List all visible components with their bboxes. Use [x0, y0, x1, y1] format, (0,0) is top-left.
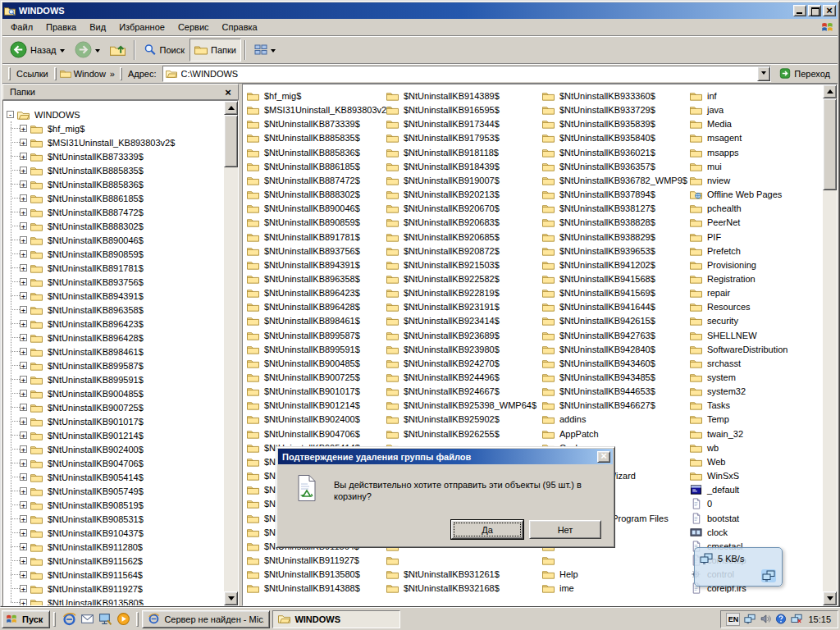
- tree-item[interactable]: +$NtUninstallKB902400$: [3, 442, 224, 456]
- file-item[interactable]: $NtUninstallKB918118$: [386, 146, 500, 159]
- file-item[interactable]: bootstat: [690, 512, 741, 525]
- file-item[interactable]: $NtUninstallKB920685$: [386, 231, 501, 244]
- file-item[interactable]: $NtUninstallKB942615$: [542, 314, 657, 327]
- file-item[interactable]: SHELLNEW: [690, 329, 759, 342]
- file-item[interactable]: $NtUninstallKB921503$: [386, 258, 501, 272]
- menu-item[interactable]: Справка: [216, 20, 264, 34]
- file-item[interactable]: pchealth: [690, 202, 743, 215]
- file-item[interactable]: $NtUninstallKB938829$: [542, 231, 657, 244]
- tree-item[interactable]: +$NtUninstallKB908519$: [3, 498, 224, 512]
- file-item[interactable]: $NtUninstallKB902400$: [247, 413, 362, 426]
- file-item[interactable]: nview: [690, 174, 732, 187]
- tree-item[interactable]: +$NtUninstallKB885836$: [3, 177, 224, 191]
- dialog-close-button[interactable]: [597, 451, 610, 463]
- file-item[interactable]: $NtUninstallKB926255$: [386, 427, 501, 441]
- menu-item[interactable]: Правка: [39, 20, 83, 34]
- toolbar-grip[interactable]: [8, 67, 11, 80]
- expand-toggle[interactable]: +: [20, 459, 27, 467]
- scroll-up-button[interactable]: [823, 84, 837, 98]
- tree-item[interactable]: +$NtUninstallKB911280$: [3, 540, 224, 554]
- file-item[interactable]: $NtUninstallKB938127$: [542, 202, 657, 215]
- file-item[interactable]: $NtUninstallKB890859$: [247, 216, 362, 229]
- expand-toggle[interactable]: +: [20, 487, 27, 495]
- file-item[interactable]: PeerNet: [690, 216, 742, 229]
- tree-item[interactable]: +$NtUninstallKB911927$: [3, 582, 224, 596]
- file-item[interactable]: $NtUninstallKB920872$: [386, 244, 501, 258]
- file-item[interactable]: $NtUninstallKB901017$: [247, 385, 362, 398]
- file-item[interactable]: $NtUninstallKB900485$: [247, 357, 362, 370]
- file-item[interactable]: Resources: [690, 300, 752, 313]
- expand-toggle[interactable]: +: [20, 599, 27, 605]
- file-item[interactable]: mui: [690, 160, 724, 173]
- email-icon[interactable]: [79, 611, 95, 628]
- tree-item[interactable]: +$NtUninstallKB900485$: [3, 386, 224, 400]
- file-item[interactable]: $NtUninstallKB941644$: [542, 300, 657, 313]
- tree-item[interactable]: +$NtUninstallKB899587$: [3, 358, 224, 372]
- file-item[interactable]: $NtUninstallKB885836$: [247, 146, 362, 159]
- expand-toggle[interactable]: +: [20, 431, 27, 439]
- tree-item[interactable]: +$NtUninstallKB908531$: [3, 512, 224, 526]
- tree-item[interactable]: +$NtUninstallKB888302$: [3, 219, 224, 233]
- file-item[interactable]: $NtUninstallKB923980$: [386, 343, 501, 356]
- address-input[interactable]: [180, 67, 756, 80]
- file-item[interactable]: system: [690, 371, 737, 384]
- tree-item[interactable]: +$NtUninstallKB896358$: [3, 303, 224, 317]
- file-item[interactable]: $NtUninstallKB939653$: [542, 244, 657, 258]
- file-item[interactable]: $NtUninstallKB887472$: [247, 174, 362, 187]
- network-status-icon[interactable]: [791, 614, 802, 624]
- file-item[interactable]: $NtUninstallKB904706$: [247, 427, 362, 441]
- file-item[interactable]: Media: [690, 117, 733, 130]
- file-item[interactable]: Web: [690, 455, 727, 468]
- clock[interactable]: 15:15: [808, 614, 831, 624]
- file-item[interactable]: system32: [690, 385, 747, 398]
- scroll-thumb[interactable]: [224, 115, 238, 167]
- expand-toggle[interactable]: +: [20, 557, 27, 564]
- file-item[interactable]: addins: [542, 413, 587, 426]
- file-item[interactable]: Offline Web Pages: [690, 188, 783, 201]
- expand-toggle[interactable]: +: [20, 362, 27, 369]
- expand-toggle[interactable]: +: [20, 278, 27, 285]
- expand-toggle[interactable]: +: [20, 320, 27, 327]
- expand-toggle[interactable]: +: [20, 167, 27, 174]
- file-item[interactable]: $NtUninstallKB899587$: [247, 329, 362, 342]
- file-item[interactable]: $NtUninstallKB920213$: [386, 188, 501, 201]
- back-button[interactable]: Назад: [5, 39, 70, 62]
- file-item[interactable]: $NtUninstallKB925398_WMP64$: [386, 399, 538, 412]
- file-item[interactable]: Temp: [690, 413, 731, 426]
- file-item[interactable]: $NtUninstallKB924667$: [386, 385, 501, 398]
- file-item[interactable]: $NtUninstallKB901214$: [247, 399, 362, 412]
- expand-toggle[interactable]: +: [20, 153, 27, 160]
- tree-item[interactable]: -WINDOWS: [3, 107, 224, 121]
- go-button[interactable]: Переход: [774, 62, 835, 85]
- close-button[interactable]: [823, 5, 836, 16]
- file-item[interactable]: [386, 554, 405, 567]
- tree-item[interactable]: +$NtUninstallKB891781$: [3, 261, 224, 275]
- file-item[interactable]: $NtUninstallKB911927$: [247, 554, 361, 567]
- file-item[interactable]: $NtUninstallKB888302$: [247, 188, 362, 201]
- tree-item[interactable]: +$NtUninstallKB894391$: [3, 289, 224, 303]
- help-tray-icon[interactable]: [775, 614, 787, 624]
- expand-toggle[interactable]: +: [20, 222, 27, 230]
- file-item[interactable]: $NtUninstallKB942763$: [542, 329, 657, 342]
- file-item[interactable]: $NtUninstallKB946627$: [542, 399, 657, 412]
- file-item[interactable]: $NtUninstallKB931261$: [386, 568, 501, 581]
- tree-item[interactable]: +$NtUninstallKB900725$: [3, 400, 224, 414]
- back-dropdown-arrow[interactable]: [60, 49, 65, 55]
- tree-item[interactable]: +$NtUninstallKB896423$: [3, 317, 224, 331]
- expand-toggle[interactable]: +: [20, 306, 27, 313]
- tree-item[interactable]: +$NtUninstallKB886185$: [3, 191, 224, 205]
- address-dropdown-button[interactable]: [757, 66, 770, 81]
- views-button[interactable]: [249, 39, 281, 62]
- expand-toggle[interactable]: +: [20, 264, 27, 272]
- tree-item[interactable]: +$NtUninstallKB896428$: [3, 331, 224, 345]
- file-item[interactable]: $NtUninstallKB936021$: [542, 146, 657, 159]
- file-item[interactable]: $NtUninstallKB924496$: [386, 371, 501, 384]
- file-item[interactable]: inf: [690, 89, 719, 103]
- tree-item[interactable]: +$MSI31Uninstall_KB893803v2$: [3, 135, 224, 149]
- file-item[interactable]: $NtUninstallKB935839$: [542, 117, 657, 130]
- maximize-button[interactable]: [808, 5, 821, 16]
- expand-toggle[interactable]: +: [20, 180, 27, 188]
- expand-toggle[interactable]: +: [20, 501, 27, 509]
- file-item[interactable]: $NtUninstallKB925902$: [386, 413, 501, 426]
- file-item[interactable]: $NtUninstallKB913580$: [247, 568, 362, 581]
